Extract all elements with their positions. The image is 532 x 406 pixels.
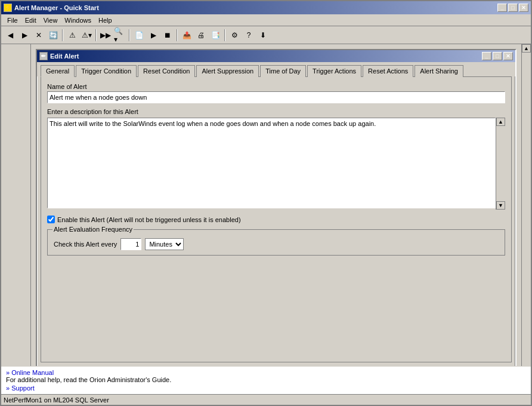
toolbar-doc-btn[interactable]: 📄 — [132, 29, 146, 42]
status-bar: NetPerfMon1 on ML204 SQL Server — [1, 394, 531, 405]
toolbar-print-btn[interactable]: 🖨 — [194, 29, 208, 42]
tab-trigger-actions[interactable]: Trigger Actions — [307, 65, 361, 77]
toolbar-forward-btn[interactable]: ▶ — [18, 29, 31, 42]
minimize-outer-btn[interactable]: _ — [497, 4, 507, 12]
tab-reset-actions[interactable]: Reset Actions — [363, 65, 413, 77]
menu-help[interactable]: Help — [95, 16, 116, 25]
menu-windows[interactable]: Windows — [61, 16, 95, 25]
enable-label: Enable this Alert (Alert will not be tri… — [57, 216, 241, 223]
description-textarea[interactable]: This alert will write to the SolarWinds … — [47, 118, 496, 208]
minimize-inner-btn[interactable]: _ — [482, 52, 491, 60]
toolbar-sep3 — [129, 29, 130, 41]
inner-dialog-title-text: Edit Alert — [50, 53, 79, 60]
toolbar-down-btn[interactable]: ⬇ — [256, 29, 270, 42]
menu-file[interactable]: File — [4, 16, 21, 25]
toolbar-pages-btn[interactable]: 📑 — [209, 29, 222, 42]
toolbar-alert1-btn[interactable]: ⚠ — [66, 29, 79, 42]
outer-title-bar: ⚡ Alert Manager - Quick Start _ □ ✕ — [1, 1, 531, 14]
toolbar-sep1 — [62, 29, 63, 41]
toolbar: ◀ ▶ ✕ 🔄 ⚠ ⚠▾ ▶▶ 🔍▾ 📄 ▶ ⏹ 📤 🖨 📑 ⚙ ? ⬇ — [1, 26, 531, 44]
toolbar-sep2 — [95, 29, 97, 41]
description-field-group: Enter a description for this Alert This … — [47, 108, 505, 210]
toolbar-find-btn[interactable]: 🔍▾ — [113, 29, 126, 42]
toolbar-sep4 — [177, 29, 178, 41]
name-input[interactable] — [47, 91, 505, 103]
toolbar-export-btn[interactable]: 📤 — [180, 29, 193, 42]
frequency-row: Check this Alert every Minutes Hours Day… — [54, 238, 499, 250]
support-row: Support — [6, 385, 526, 392]
toolbar-help-btn[interactable]: ? — [242, 29, 255, 42]
frequency-prefix: Check this Alert every — [54, 241, 117, 248]
name-label: Name of Alert — [47, 83, 505, 90]
dialog-content: General Trigger Condition Reset Conditio… — [37, 62, 515, 388]
maximize-outer-btn[interactable]: □ — [508, 4, 518, 12]
frequency-group-label: Alert Evaluation Frequency — [52, 226, 134, 233]
support-link[interactable]: Support — [6, 385, 35, 392]
left-sidebar — [1, 44, 31, 394]
toolbar-refresh-btn[interactable]: 🔄 — [47, 29, 60, 42]
outer-window: ⚡ Alert Manager - Quick Start _ □ ✕ File… — [0, 0, 532, 406]
frequency-group-box: Alert Evaluation Frequency Check this Al… — [47, 229, 505, 256]
enable-checkbox-row: Enable this Alert (Alert will not be tri… — [47, 216, 505, 223]
inner-dialog-icon: ✏ — [39, 52, 48, 60]
main-scroll-up[interactable]: ▲ — [522, 44, 531, 53]
close-inner-btn[interactable]: ✕ — [503, 52, 513, 60]
toolbar-alert2-btn[interactable]: ⚠▾ — [80, 29, 93, 42]
online-manual-row: Online Manual — [6, 369, 526, 376]
app-icon: ⚡ — [4, 4, 12, 12]
tab-alert-suppression[interactable]: Alert Suppression — [196, 65, 259, 77]
description-scrollbar[interactable]: ▲ ▼ — [496, 118, 505, 210]
maximize-inner-btn[interactable]: □ — [493, 52, 502, 60]
toolbar-stop2-btn[interactable]: ⏹ — [161, 29, 174, 42]
scroll-track — [496, 126, 505, 201]
toolbar-play-btn[interactable]: ▶▶ — [99, 29, 112, 42]
frequency-value-input[interactable] — [120, 238, 141, 250]
description-wrapper: This alert will write to the SolarWinds … — [47, 118, 505, 210]
outer-window-title: Alert Manager - Quick Start — [14, 4, 99, 11]
online-manual-link[interactable]: Online Manual — [6, 369, 54, 376]
help-text: For additional help, read the Orion Admi… — [6, 376, 526, 383]
status-text: NetPerfMon1 on ML204 SQL Server — [4, 396, 109, 404]
name-field-group: Name of Alert — [47, 83, 505, 103]
bottom-panel: Online Manual For additional help, read … — [1, 366, 531, 394]
inner-dialog: ✏ Edit Alert _ □ ✕ General Trigger Condi… — [36, 49, 516, 389]
scroll-down-btn[interactable]: ▼ — [496, 201, 505, 210]
enable-checkbox[interactable] — [47, 216, 55, 223]
description-label: Enter a description for this Alert — [47, 108, 505, 115]
frequency-unit-select[interactable]: Minutes Hours Days — [145, 238, 184, 250]
tabs-container: General Trigger Condition Reset Conditio… — [37, 62, 515, 76]
toolbar-back-btn[interactable]: ◀ — [4, 29, 17, 42]
main-scrollbar: ▲ ▼ — [521, 44, 531, 394]
toolbar-sep5 — [224, 29, 225, 41]
tab-general[interactable]: General — [41, 65, 75, 77]
toolbar-arrow-btn[interactable]: ▶ — [147, 29, 160, 42]
toolbar-stop-btn[interactable]: ✕ — [32, 29, 45, 42]
scroll-up-btn[interactable]: ▲ — [496, 118, 505, 126]
inner-title-bar: ✏ Edit Alert _ □ ✕ — [37, 50, 515, 62]
tab-alert-sharing[interactable]: Alert Sharing — [415, 65, 463, 77]
tab-trigger-condition[interactable]: Trigger Condition — [76, 65, 137, 77]
main-scroll-track — [522, 53, 531, 386]
close-outer-btn[interactable]: ✕ — [519, 4, 528, 12]
menu-edit[interactable]: Edit — [21, 16, 40, 25]
main-content: ✏ Edit Alert _ □ ✕ General Trigger Condi… — [1, 44, 531, 394]
tab-reset-condition[interactable]: Reset Condition — [138, 65, 195, 77]
toolbar-settings-btn[interactable]: ⚙ — [228, 29, 241, 42]
tab-time-of-day[interactable]: Time of Day — [260, 65, 306, 77]
menu-bar: File Edit View Windows Help — [1, 14, 531, 26]
menu-view[interactable]: View — [40, 16, 61, 25]
general-tab-panel: Name of Alert Enter a description for th… — [41, 76, 512, 362]
